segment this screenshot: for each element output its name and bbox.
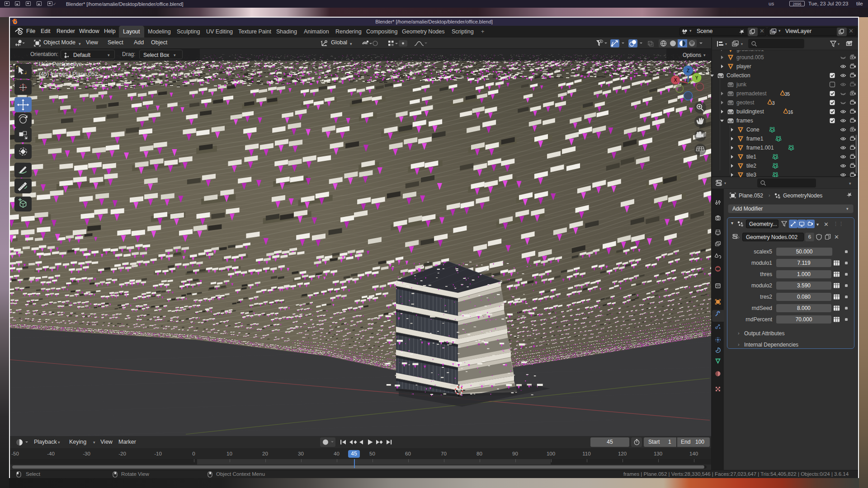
svg-text:User Perspective: User Perspective: [39, 61, 82, 67]
svg-text:Z: Z: [687, 68, 690, 73]
svg-text:X: X: [674, 78, 677, 83]
svg-text:Y: Y: [695, 75, 698, 80]
svg-text:(45) frames | Plane.052: (45) frames | Plane.052: [39, 71, 98, 77]
